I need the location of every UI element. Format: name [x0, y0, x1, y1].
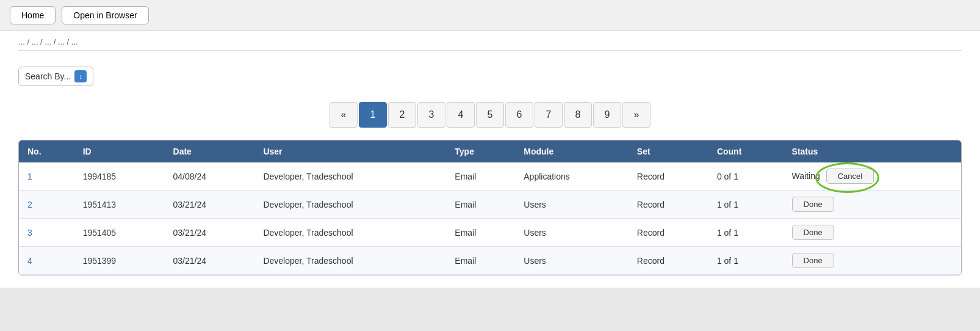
cell-user: Developer, Tradeschool [254, 191, 446, 219]
cell-status: Waiting Cancel [784, 162, 961, 191]
col-type: Type [446, 140, 515, 162]
status-text: Waiting [792, 171, 820, 181]
cell-user: Developer, Tradeschool [254, 247, 446, 275]
pagination-page-8[interactable]: 8 [564, 102, 592, 128]
col-user: User [254, 140, 446, 162]
col-date: Date [165, 140, 255, 162]
cell-id: 1951405 [74, 219, 165, 247]
cell-count: 1 of 1 [708, 247, 784, 275]
cell-user: Developer, Tradeschool [254, 219, 446, 247]
pagination-next[interactable]: » [622, 102, 650, 128]
col-set: Set [629, 140, 708, 162]
pagination-page-4[interactable]: 4 [447, 102, 475, 128]
table-row: 3 1951405 03/21/24 Developer, Tradeschoo… [19, 219, 961, 247]
cell-no: 4 [19, 247, 74, 275]
pagination-page-6[interactable]: 6 [505, 102, 533, 128]
col-count: Count [708, 140, 784, 162]
cell-set: Record [629, 247, 708, 275]
open-browser-button[interactable]: Open in Browser [62, 6, 148, 24]
cell-date: 04/08/24 [165, 162, 255, 191]
col-id: ID [74, 140, 165, 162]
col-no: No. [19, 140, 74, 162]
dropdown-arrow-icon: ↕ [74, 70, 87, 82]
search-by-label: Search By... [25, 71, 71, 81]
search-by-select[interactable]: Search By... ↕ [18, 67, 93, 86]
col-status: Status [784, 140, 961, 162]
cell-set: Record [629, 219, 708, 247]
cell-type: Email [446, 162, 515, 191]
done-button[interactable]: Done [792, 197, 834, 212]
records-table-container: No. ID Date User Type Module Set Count S… [18, 140, 962, 275]
cell-id: 1994185 [74, 162, 165, 191]
cell-type: Email [446, 219, 515, 247]
cell-no: 2 [19, 191, 74, 219]
cell-count: 0 of 1 [708, 162, 784, 191]
pagination-page-1[interactable]: 1 [359, 102, 387, 128]
pagination-page-9[interactable]: 9 [593, 102, 621, 128]
cell-id: 1951413 [74, 191, 165, 219]
cell-module: Applications [515, 162, 629, 191]
pagination: « 1 2 3 4 5 6 7 8 9 » [18, 102, 962, 128]
cell-type: Email [446, 191, 515, 219]
cancel-wrapper: Cancel [826, 169, 874, 184]
table-row: 1 1994185 04/08/24 Developer, Tradeschoo… [19, 162, 961, 191]
cell-module: Users [515, 247, 629, 275]
cell-no: 3 [19, 219, 74, 247]
table-header-row: No. ID Date User Type Module Set Count S… [19, 140, 961, 162]
top-bar: Home Open in Browser [0, 0, 980, 31]
cell-date: 03/21/24 [165, 247, 255, 275]
cell-count: 1 of 1 [708, 191, 784, 219]
table-row: 4 1951399 03/21/24 Developer, Tradeschoo… [19, 247, 961, 275]
done-button[interactable]: Done [792, 253, 834, 268]
cell-date: 03/21/24 [165, 191, 255, 219]
pagination-prev[interactable]: « [330, 102, 358, 128]
cell-module: Users [515, 191, 629, 219]
cell-status: Done [784, 191, 961, 219]
cell-type: Email [446, 247, 515, 275]
pagination-page-3[interactable]: 3 [417, 102, 445, 128]
done-button[interactable]: Done [792, 225, 834, 240]
breadcrumb: ... / ... / ... / ... / ... [18, 31, 962, 51]
pagination-page-7[interactable]: 7 [535, 102, 563, 128]
pagination-page-5[interactable]: 5 [476, 102, 504, 128]
pagination-page-2[interactable]: 2 [388, 102, 416, 128]
cell-module: Users [515, 219, 629, 247]
cell-status: Done [784, 247, 961, 275]
cell-count: 1 of 1 [708, 219, 784, 247]
home-button[interactable]: Home [10, 6, 56, 24]
cell-date: 03/21/24 [165, 219, 255, 247]
cell-set: Record [629, 191, 708, 219]
search-area: Search By... ↕ [18, 60, 962, 96]
table-row: 2 1951413 03/21/24 Developer, Tradeschoo… [19, 191, 961, 219]
records-table: No. ID Date User Type Module Set Count S… [19, 140, 961, 275]
col-module: Module [515, 140, 629, 162]
content-area: ... / ... / ... / ... / ... Search By...… [0, 31, 980, 288]
cell-status: Done [784, 219, 961, 247]
cell-no: 1 [19, 162, 74, 191]
cancel-button[interactable]: Cancel [826, 169, 874, 184]
cell-user: Developer, Tradeschool [254, 162, 446, 191]
cell-id: 1951399 [74, 247, 165, 275]
cell-set: Record [629, 162, 708, 191]
